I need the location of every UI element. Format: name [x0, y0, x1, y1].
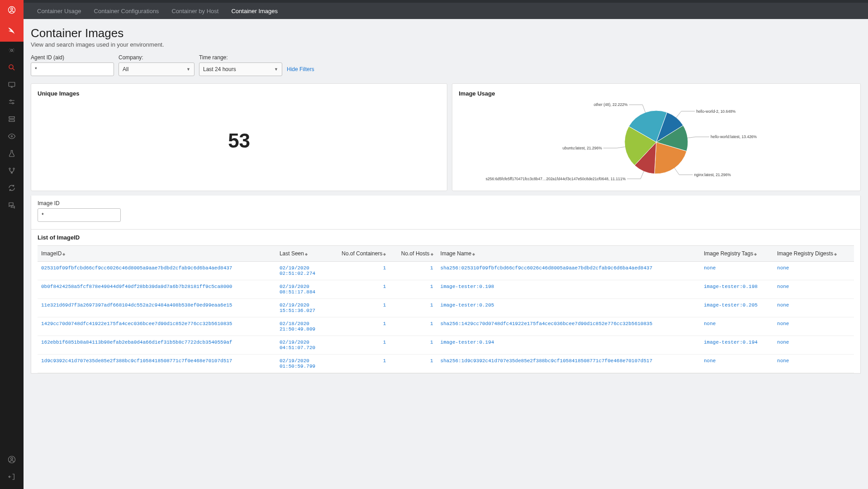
sort-icon: ◆ — [62, 252, 65, 256]
sidebar-logout-icon[interactable] — [0, 468, 24, 485]
timerange-select[interactable]: Last 24 hours ▼ — [199, 62, 282, 76]
cell-imagename[interactable]: image-tester:0.198 — [437, 280, 700, 299]
cell-imageid[interactable]: 162ebb1f6851b8a84113b98efab2eba0d4a66d1e… — [38, 336, 276, 355]
chevron-down-icon: ▼ — [274, 67, 278, 72]
cell-imageid[interactable]: 1d9c9392c41d707e35de85e2f388bc9cf1058418… — [38, 355, 276, 373]
pie-label: ubuntu:latest, 21.296% — [563, 146, 602, 150]
col-tags[interactable]: Image Registry Tags◆ — [700, 246, 773, 262]
cell-imageid[interactable]: 11e321d69d7f3a2697397adf668104dc552a2c94… — [38, 299, 276, 317]
cell-imagename[interactable]: sha256:025310f09fbfcbd66cf9cc6026c46d800… — [437, 262, 700, 280]
page-subtitle: View and search images used in your envi… — [31, 41, 861, 48]
sort-icon: ◆ — [383, 252, 386, 256]
unique-images-title: Unique Images — [38, 90, 441, 97]
cell-digests[interactable]: none — [773, 336, 854, 355]
svg-point-11 — [13, 168, 14, 169]
cell-containers[interactable]: 1 — [327, 317, 389, 336]
cell-imagename[interactable]: image-tester:0.205 — [437, 299, 700, 317]
tab-container-configurations[interactable]: Container Configurations — [88, 3, 166, 19]
sidebar-eye-icon[interactable] — [0, 128, 24, 145]
unique-images-value: 53 — [228, 129, 250, 152]
image-id-filter-block: Image ID — [31, 196, 861, 230]
sidebar-search-icon[interactable] — [0, 59, 24, 76]
cell-tags[interactable]: none — [700, 262, 773, 280]
cell-tags[interactable]: none — [700, 355, 773, 373]
sidebar-activity-icon[interactable] — [0, 42, 24, 59]
col-imagename[interactable]: Image Name◆ — [437, 246, 700, 262]
sort-icon: ◆ — [431, 252, 433, 256]
cell-digests[interactable]: none — [773, 355, 854, 373]
table-row: 1d9c9392c41d707e35de85e2f388bc9cf1058418… — [38, 355, 854, 373]
sidebar-server-icon[interactable] — [0, 110, 24, 128]
cell-hosts[interactable]: 1 — [389, 262, 436, 280]
svg-point-5 — [10, 100, 11, 101]
sidebar-refresh-icon[interactable] — [0, 179, 24, 197]
table-row: 0b0f8424258a5fcf878e49044d9f40df28bb39da… — [38, 280, 854, 299]
pie-label: hello-world-2, 10.648% — [697, 109, 736, 114]
cell-containers[interactable]: 1 — [327, 355, 389, 373]
cell-tags[interactable]: image-tester:0.198 — [700, 280, 773, 299]
sidebar-monitor-icon[interactable] — [0, 76, 24, 93]
col-lastseen[interactable]: Last Seen◆ — [276, 246, 327, 262]
cell-digests[interactable]: none — [773, 280, 854, 299]
tab-container-usage[interactable]: Container Usage — [31, 3, 88, 19]
table-row: 025310f09fbfcbd66cf9cc6026c46d8005a9aae7… — [38, 262, 854, 280]
falcon-logo-icon[interactable] — [0, 20, 24, 42]
cell-lastseen: 02/18/202021:50:49.809 — [276, 317, 327, 336]
cell-digests[interactable]: none — [773, 262, 854, 280]
cell-imageid[interactable]: 0b0f8424258a5fcf878e49044d9f40df28bb39da… — [38, 280, 276, 299]
cell-hosts[interactable]: 1 — [389, 355, 436, 373]
hide-filters-link[interactable]: Hide Filters — [287, 66, 314, 76]
table-row: 162ebb1f6851b8a84113b98efab2eba0d4a66d1e… — [38, 336, 854, 355]
sidebar-user-icon[interactable] — [0, 0, 24, 20]
company-select[interactable]: All ▼ — [119, 62, 194, 76]
cell-hosts[interactable]: 1 — [389, 317, 436, 336]
svg-rect-4 — [9, 82, 15, 86]
cell-lastseen: 02/19/202001:50:59.799 — [276, 355, 327, 373]
filters: Agent ID (aid) Company: All ▼ Time range… — [31, 54, 861, 76]
cell-containers[interactable]: 1 — [327, 280, 389, 299]
svg-point-10 — [9, 168, 10, 169]
sort-icon: ◆ — [754, 252, 757, 256]
sidebar-flask-icon[interactable] — [0, 145, 24, 162]
tab-container-images[interactable]: Container Images — [225, 3, 284, 19]
sidebar-profile-icon[interactable] — [0, 451, 24, 468]
svg-point-14 — [11, 458, 13, 460]
cell-imagename[interactable]: sha256:1d9c9392c41d707e35de85e2f388bc9cf… — [437, 355, 700, 373]
svg-rect-7 — [9, 117, 14, 119]
sidebar-branch-icon[interactable] — [0, 162, 24, 179]
tab-container-by-host[interactable]: Container by Host — [165, 3, 225, 19]
col-containers[interactable]: No.of Containers◆ — [327, 246, 389, 262]
cell-imagename[interactable]: sha256:1429cc70d0748dfc41922e175fa4cec03… — [437, 317, 700, 336]
col-digests[interactable]: Image Registry Digests◆ — [773, 246, 854, 262]
cell-imageid[interactable]: 1429cc70d0748dfc41922e175fa4cec036bcee7d… — [38, 317, 276, 336]
cell-containers[interactable]: 1 — [327, 299, 389, 317]
svg-rect-8 — [9, 120, 14, 122]
cell-imageid[interactable]: 025310f09fbfcbd66cf9cc6026c46d8005a9aae7… — [38, 262, 276, 280]
pie-label: nginx:latest, 21.296% — [694, 173, 731, 177]
cell-tags[interactable]: none — [700, 317, 773, 336]
timerange-label: Time range: — [199, 54, 282, 61]
sidebar-chat-icon[interactable] — [0, 197, 24, 214]
agent-id-input[interactable] — [31, 62, 114, 76]
cell-tags[interactable]: image-tester:0.194 — [700, 336, 773, 355]
col-hosts[interactable]: No.of Hosts◆ — [389, 246, 436, 262]
cell-tags[interactable]: image-tester:0.205 — [700, 299, 773, 317]
cell-digests[interactable]: none — [773, 317, 854, 336]
list-title: List of ImageID — [38, 234, 854, 241]
unique-images-card: Unique Images 53 — [31, 83, 447, 191]
image-id-input[interactable] — [38, 208, 121, 222]
col-imageid[interactable]: ImageID◆ — [38, 246, 276, 262]
sidebar-sliders-icon[interactable] — [0, 93, 24, 110]
svg-point-1 — [11, 8, 13, 10]
cell-containers[interactable]: 1 — [327, 336, 389, 355]
cell-hosts[interactable]: 1 — [389, 336, 436, 355]
company-value: All — [123, 66, 128, 72]
cell-containers[interactable]: 1 — [327, 262, 389, 280]
agent-id-label: Agent ID (aid) — [31, 54, 114, 61]
table-row: 11e321d69d7f3a2697397adf668104dc552a2c94… — [38, 299, 854, 317]
cell-hosts[interactable]: 1 — [389, 299, 436, 317]
cell-hosts[interactable]: 1 — [389, 280, 436, 299]
cell-digests[interactable]: none — [773, 299, 854, 317]
image-usage-title: Image Usage — [459, 90, 854, 97]
cell-imagename[interactable]: image-tester:0.194 — [437, 336, 700, 355]
